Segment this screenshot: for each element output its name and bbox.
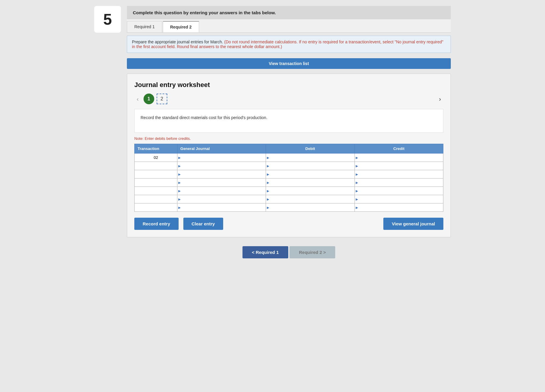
question-number: 5 — [94, 6, 121, 33]
debit-marker-3: ▸ — [266, 171, 270, 177]
table-row: ▸ ▸ ▸ — [135, 162, 443, 170]
debit-input-1[interactable] — [270, 154, 354, 161]
debit-marker-7: ▸ — [266, 205, 270, 210]
journal-cell-2[interactable]: ▸ — [177, 162, 266, 170]
debit-input-2[interactable] — [270, 162, 354, 169]
table-row: ▸ ▸ ▸ — [135, 187, 443, 195]
info-prefix: Prepare the appropriate journal entries … — [132, 39, 223, 44]
credit-marker-7: ▸ — [355, 205, 359, 210]
view-transaction-list-button[interactable]: View transaction list — [127, 58, 451, 69]
action-buttons-row: Record entry Clear entry View general jo… — [134, 218, 443, 230]
debit-cell-7[interactable]: ▸ — [266, 203, 355, 212]
credit-input-1[interactable] — [359, 154, 443, 161]
credit-input-4[interactable] — [359, 179, 443, 186]
debit-input-4[interactable] — [270, 179, 354, 186]
header-debit: Debit — [266, 144, 355, 154]
journal-cell-4[interactable]: ▸ — [177, 178, 266, 187]
prev-entry-button[interactable]: ‹ — [134, 94, 141, 104]
row-marker-5: ▸ — [177, 188, 182, 194]
debit-marker-5: ▸ — [266, 188, 270, 194]
credit-cell-6[interactable]: ▸ — [355, 195, 443, 203]
record-entry-button[interactable]: Record entry — [134, 218, 179, 230]
nav-row: ‹ 1 2 › — [134, 94, 443, 104]
tab-required-1[interactable]: Required 1 — [127, 21, 162, 32]
current-entry-indicator[interactable]: 1 — [144, 94, 154, 104]
journal-input-4[interactable] — [182, 179, 266, 186]
debit-marker-4: ▸ — [266, 180, 270, 185]
credit-input-6[interactable] — [359, 196, 443, 203]
clear-entry-button[interactable]: Clear entry — [183, 218, 223, 230]
tab-required-2[interactable]: Required 2 — [163, 21, 199, 32]
tabs-row: Required 1 Required 2 — [127, 19, 451, 33]
debit-marker-6: ▸ — [266, 196, 270, 202]
journal-input-5[interactable] — [182, 187, 266, 194]
credit-cell-1[interactable]: ▸ — [355, 154, 443, 162]
next-entry-indicator[interactable]: 2 — [157, 94, 167, 104]
journal-input-1[interactable] — [182, 154, 266, 161]
table-row: ▸ ▸ ▸ — [135, 178, 443, 187]
journal-table: Transaction General Journal Debit Credit… — [134, 144, 443, 212]
credit-marker-2: ▸ — [355, 163, 359, 169]
header-transaction: Transaction — [135, 144, 177, 154]
credit-cell-7[interactable]: ▸ — [355, 203, 443, 212]
row-marker-4: ▸ — [177, 180, 182, 185]
table-row: ▸ ▸ ▸ — [135, 195, 443, 203]
transaction-cell-4 — [135, 178, 177, 187]
debit-cell-5[interactable]: ▸ — [266, 187, 355, 195]
journal-input-2[interactable] — [182, 162, 266, 169]
debit-marker-1: ▸ — [266, 155, 270, 160]
journal-cell-7[interactable]: ▸ — [177, 203, 266, 212]
debit-input-3[interactable] — [270, 171, 354, 178]
debit-cell-1[interactable]: ▸ — [266, 154, 355, 162]
transaction-cell-7 — [135, 203, 177, 212]
instruction-bar: Complete this question by entering your … — [127, 6, 451, 19]
credit-marker-5: ▸ — [355, 188, 359, 194]
credit-cell-4[interactable]: ▸ — [355, 178, 443, 187]
credit-marker-3: ▸ — [355, 171, 359, 177]
transaction-cell-5 — [135, 187, 177, 195]
view-general-journal-button[interactable]: View general journal — [383, 218, 443, 230]
nav-required-2-button: Required 2 > — [289, 246, 335, 258]
next-entry-button[interactable]: › — [437, 94, 443, 104]
entry-description: Record the standard direct materials cos… — [134, 109, 443, 133]
debit-input-5[interactable] — [270, 187, 354, 194]
debit-cell-2[interactable]: ▸ — [266, 162, 355, 170]
credit-input-3[interactable] — [359, 171, 443, 178]
debit-cell-6[interactable]: ▸ — [266, 195, 355, 203]
header-general-journal: General Journal — [177, 144, 266, 154]
journal-cell-6[interactable]: ▸ — [177, 195, 266, 203]
nav-required-1-button[interactable]: < Required 1 — [242, 246, 288, 258]
credit-cell-3[interactable]: ▸ — [355, 170, 443, 178]
journal-cell-3[interactable]: ▸ — [177, 170, 266, 178]
transaction-cell-1: 02 — [135, 154, 177, 162]
transaction-cell-6 — [135, 195, 177, 203]
debit-cell-4[interactable]: ▸ — [266, 178, 355, 187]
credit-cell-2[interactable]: ▸ — [355, 162, 443, 170]
entry-note: Note: Enter debits before credits. — [134, 136, 443, 141]
info-box: Prepare the appropriate journal entries … — [127, 36, 451, 53]
table-row: ▸ ▸ ▸ — [135, 170, 443, 178]
row-marker-1: ▸ — [177, 155, 182, 160]
header-credit: Credit — [355, 144, 443, 154]
journal-input-6[interactable] — [182, 196, 266, 203]
credit-cell-5[interactable]: ▸ — [355, 187, 443, 195]
credit-input-7[interactable] — [359, 204, 443, 211]
transaction-cell-3 — [135, 170, 177, 178]
credit-marker-1: ▸ — [355, 155, 359, 160]
row-marker-2: ▸ — [177, 163, 182, 169]
table-row: 02 ▸ ▸ — [135, 154, 443, 162]
debit-input-6[interactable] — [270, 196, 354, 203]
debit-cell-3[interactable]: ▸ — [266, 170, 355, 178]
row-marker-3: ▸ — [177, 171, 182, 177]
journal-cell-5[interactable]: ▸ — [177, 187, 266, 195]
credit-input-5[interactable] — [359, 187, 443, 194]
bottom-navigation: < Required 1 Required 2 > — [127, 246, 451, 258]
debit-input-7[interactable] — [270, 204, 354, 211]
journal-input-3[interactable] — [182, 171, 266, 178]
debit-marker-2: ▸ — [266, 163, 270, 169]
journal-input-7[interactable] — [182, 204, 266, 211]
row-marker-7: ▸ — [177, 205, 182, 210]
credit-input-2[interactable] — [359, 162, 443, 169]
journal-cell-1[interactable]: ▸ — [177, 154, 266, 162]
table-row: ▸ ▸ ▸ — [135, 203, 443, 212]
